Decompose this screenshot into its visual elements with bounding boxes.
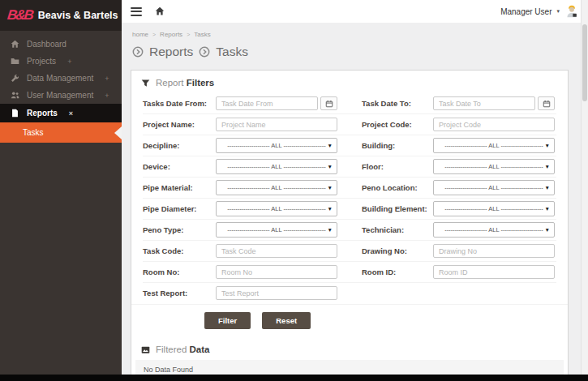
building-element-label: Building Element: bbox=[362, 204, 433, 213]
report-filters-header: Report Filters bbox=[131, 71, 568, 93]
peno-location-dropdown[interactable]: --------------------- ALL --------------… bbox=[433, 180, 555, 195]
tasks-date-from-input[interactable] bbox=[216, 96, 318, 110]
drawing-no-input[interactable] bbox=[433, 244, 555, 258]
dropdown-caret-icon: ▼ bbox=[545, 206, 550, 212]
filter-form: Tasks Date From:Task Date To:Project Nam… bbox=[131, 93, 568, 303]
sidebar-item-label: Data Management bbox=[27, 74, 93, 83]
room-no-field bbox=[216, 265, 337, 279]
user-avatar bbox=[564, 4, 579, 19]
decipline-dropdown[interactable]: --------------------- ALL --------------… bbox=[216, 138, 337, 153]
peno-type-dropdown[interactable]: --------------------- ALL --------------… bbox=[216, 222, 337, 238]
scrollbar-thumb[interactable] bbox=[582, 24, 587, 101]
dropdown-selected-value: --------------------- ALL --------------… bbox=[444, 142, 543, 149]
chevron-down-icon: ▾ bbox=[556, 8, 560, 15]
project-name-label: Project Name: bbox=[143, 120, 216, 129]
arrow-circle-icon bbox=[199, 46, 210, 58]
sidebar-item-data-management[interactable]: Data Management+ bbox=[0, 70, 122, 87]
filter-form-row: Test Report: bbox=[143, 282, 556, 303]
task-code-label: Task Code: bbox=[143, 246, 216, 255]
filter-form-row: Decipline:--------------------- ALL ----… bbox=[143, 135, 556, 156]
breadcrumb-home[interactable]: home bbox=[132, 31, 148, 38]
hamburger-menu-icon[interactable] bbox=[131, 5, 142, 18]
project-name-field bbox=[216, 118, 337, 131]
test-report-input[interactable] bbox=[216, 286, 337, 300]
vertical-scrollbar[interactable] bbox=[581, 0, 588, 375]
floor-label: Floor: bbox=[362, 162, 433, 171]
sidebar-item-label: Reports bbox=[27, 109, 58, 118]
sidebar-item-reports[interactable]: Reports× bbox=[0, 104, 122, 122]
folder-icon bbox=[11, 57, 19, 66]
sidebar-item-tasks[interactable]: Tasks bbox=[0, 122, 122, 143]
dropdown-caret-icon: ▼ bbox=[545, 143, 550, 148]
decipline-field: --------------------- ALL --------------… bbox=[216, 138, 337, 153]
user-menu[interactable]: Manager User ▾ bbox=[500, 4, 579, 19]
page-title-tasks: Tasks bbox=[216, 45, 248, 59]
floor-field: --------------------- ALL --------------… bbox=[433, 159, 555, 174]
tasks-date-from-field bbox=[216, 96, 337, 110]
project-name-input[interactable] bbox=[216, 118, 337, 131]
calendar-icon[interactable] bbox=[320, 96, 337, 110]
filtered-data-header: Filtered Data bbox=[131, 338, 568, 360]
sidebar-item-label: Dashboard bbox=[27, 40, 67, 49]
breadcrumb-reports[interactable]: Reports bbox=[160, 31, 182, 38]
expand-icon: + bbox=[105, 92, 109, 100]
task-date-to-input[interactable] bbox=[433, 96, 535, 110]
sidebar-nav: DashboardProjects+Data Management+User M… bbox=[0, 31, 122, 143]
main-content: home > Reports > Tasks Reports Tasks Rep… bbox=[122, 23, 588, 375]
building-element-field: --------------------- ALL --------------… bbox=[433, 201, 555, 216]
wrench-icon bbox=[11, 74, 19, 83]
bottom-edge-bar bbox=[0, 375, 588, 381]
building-element-dropdown[interactable]: --------------------- ALL --------------… bbox=[433, 201, 555, 216]
brand-logo-icon: B&B bbox=[6, 7, 33, 24]
filter-form-row: Tasks Date From:Task Date To: bbox=[143, 93, 556, 113]
task-date-to-field bbox=[433, 96, 555, 110]
sidebar-item-projects[interactable]: Projects+ bbox=[0, 53, 122, 70]
filters-title-bold: Filters bbox=[187, 78, 215, 88]
building-dropdown[interactable]: --------------------- ALL --------------… bbox=[433, 138, 555, 153]
peno-type-label: Peno Type: bbox=[143, 225, 216, 234]
sidebar-item-label: Projects bbox=[27, 57, 56, 66]
home-icon[interactable] bbox=[155, 6, 165, 16]
breadcrumb-separator: > bbox=[187, 32, 190, 37]
filter-form-row: Task Code:Drawing No: bbox=[143, 240, 556, 261]
building-field: --------------------- ALL --------------… bbox=[433, 138, 555, 153]
topbar: Manager User ▾ bbox=[122, 0, 588, 23]
dropdown-caret-icon: ▼ bbox=[545, 185, 550, 190]
sidebar: B&B Beavis & Bartels DashboardProjects+D… bbox=[0, 0, 122, 375]
filters-title-light: Report bbox=[156, 78, 184, 88]
room-no-input[interactable] bbox=[216, 265, 337, 279]
dropdown-caret-icon: ▼ bbox=[545, 164, 550, 169]
pipe-diameter-dropdown[interactable]: --------------------- ALL --------------… bbox=[216, 201, 337, 216]
building-label: Building: bbox=[362, 141, 433, 150]
page-title: Reports Tasks bbox=[132, 45, 575, 59]
project-code-input[interactable] bbox=[433, 118, 555, 131]
device-dropdown[interactable]: --------------------- ALL --------------… bbox=[216, 159, 337, 174]
room-no-label: Room No: bbox=[143, 268, 216, 276]
reset-button[interactable]: Reset bbox=[262, 312, 311, 329]
breadcrumb-tasks[interactable]: Tasks bbox=[194, 31, 210, 38]
technician-dropdown[interactable]: --------------------- ALL --------------… bbox=[433, 222, 555, 238]
dropdown-selected-value: --------------------- ALL --------------… bbox=[227, 205, 326, 212]
pipe-material-dropdown[interactable]: --------------------- ALL --------------… bbox=[216, 180, 337, 195]
room-id-input[interactable] bbox=[433, 265, 555, 279]
test-report-field bbox=[216, 286, 337, 300]
sidebar-item-dashboard[interactable]: Dashboard bbox=[0, 36, 122, 53]
project-code-field bbox=[433, 118, 555, 131]
room-id-label: Room ID: bbox=[362, 268, 433, 276]
peno-type-field: --------------------- ALL --------------… bbox=[216, 222, 337, 238]
task-code-input[interactable] bbox=[216, 244, 337, 258]
app-window: B&B Beavis & Bartels DashboardProjects+D… bbox=[0, 0, 588, 381]
arrow-circle-icon bbox=[132, 46, 144, 58]
floor-dropdown[interactable]: --------------------- ALL --------------… bbox=[433, 159, 555, 174]
filter-form-row: Project Name:Project Code: bbox=[143, 113, 556, 135]
brand-name: Beavis & Bartels bbox=[38, 10, 118, 21]
filter-form-row: Device:--------------------- ALL -------… bbox=[143, 156, 556, 177]
calendar-icon[interactable] bbox=[538, 96, 555, 110]
sidebar-item-user-management[interactable]: User Management+ bbox=[0, 87, 122, 104]
expand-icon: + bbox=[105, 75, 109, 83]
room-id-field bbox=[433, 265, 555, 279]
dropdown-selected-value: --------------------- ALL --------------… bbox=[444, 184, 543, 191]
filter-button[interactable]: Filter bbox=[204, 312, 251, 329]
data-table-icon bbox=[141, 345, 150, 354]
dropdown-caret-icon: ▼ bbox=[328, 206, 333, 212]
